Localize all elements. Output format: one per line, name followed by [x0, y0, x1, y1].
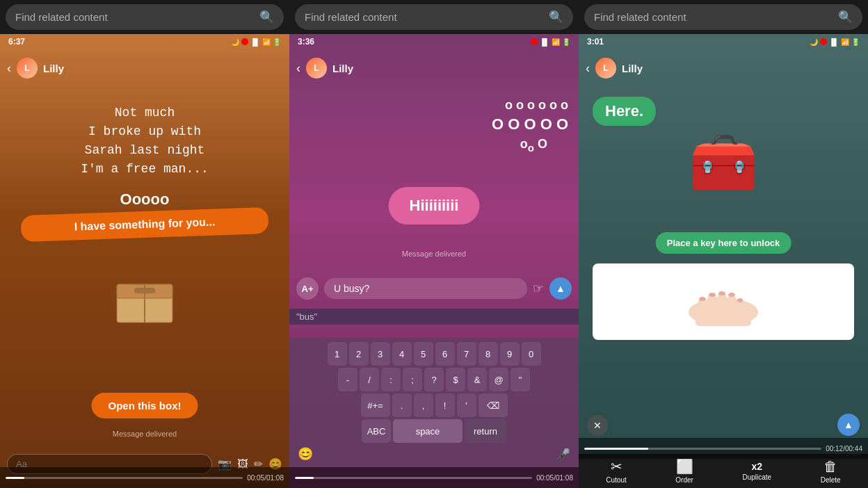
- panel2-progress-bar: [295, 477, 532, 479]
- kb-key-8[interactable]: 8: [479, 342, 498, 366]
- panel2-progress-fill: [295, 477, 314, 479]
- panel1-msg-3: Sarah last night: [14, 141, 275, 160]
- order-icon: ⬜: [676, 458, 693, 475]
- panel1-box: [113, 270, 176, 326]
- panel2-status-bar: 3:36 ▐▌ 📶 🔋: [289, 34, 579, 49]
- panel2-battery-icon: 🔋: [562, 38, 570, 46]
- search-bar-1[interactable]: 🔍: [6, 4, 284, 30]
- panel1-bubble-area: Ooooo I have something for you...: [21, 190, 268, 238]
- kb-key-question[interactable]: ?: [424, 368, 444, 391]
- delete-icon: 🗑: [823, 459, 837, 475]
- kb-key-quote[interactable]: ": [511, 368, 530, 391]
- kb-emoji-button[interactable]: 😊: [298, 446, 313, 462]
- kb-mic-button[interactable]: 🎤: [556, 448, 570, 461]
- panel3-duplicate-tool[interactable]: x2 Duplicate: [742, 461, 771, 481]
- panel2-contact-name: Lilly: [332, 63, 353, 74]
- kb-key-abc[interactable]: ABC: [362, 419, 391, 443]
- panel3-nav: ‹ L Lilly: [579, 54, 868, 83]
- panel1-back-button[interactable]: ‹: [7, 61, 11, 76]
- panel1-status-bar: 6:37 🌙 ▐▌ 📶 🔋: [0, 34, 289, 49]
- kb-key-6[interactable]: 6: [435, 342, 455, 366]
- kb-key-minus[interactable]: -: [338, 368, 357, 391]
- panel2-send-button[interactable]: ▲: [549, 277, 572, 300]
- panel1-bubble: I have something for you...: [20, 207, 268, 242]
- search-button-2[interactable]: 🔍: [549, 10, 563, 24]
- panel2-back-button[interactable]: ‹: [296, 61, 300, 76]
- search-input-3[interactable]: [594, 11, 833, 23]
- panel3-moon-icon: 🌙: [810, 38, 818, 46]
- panel1-msg-4: I'm a free man...: [14, 160, 275, 179]
- panel2-progress-time: 00:05/01:08: [536, 474, 573, 482]
- panel1-contact-name: Lilly: [43, 63, 64, 74]
- panel2-delivered: Message delivered: [289, 250, 579, 258]
- panel3-cutout-tool[interactable]: ✂ Cutout: [606, 458, 626, 484]
- kb-key-space[interactable]: space: [393, 419, 463, 443]
- kb-key-delete[interactable]: ⌫: [479, 393, 508, 417]
- panel1-signal-icon: ▐▌: [250, 38, 260, 46]
- kb-key-2[interactable]: 2: [349, 342, 369, 366]
- panel2-message-input[interactable]: [324, 278, 527, 299]
- kb-key-semi[interactable]: ;: [403, 368, 422, 391]
- order-label: Order: [675, 476, 693, 484]
- kb-key-dot[interactable]: .: [392, 393, 412, 417]
- kb-key-at[interactable]: @: [489, 368, 508, 391]
- panel2-signal-icon: ▐▌: [540, 38, 549, 46]
- panel3-chest: 🧰: [689, 135, 758, 190]
- panel2-ooo-text: o o o o o o O O O O O oo O: [492, 97, 568, 155]
- svg-point-12: [709, 293, 716, 297]
- kb-key-apos[interactable]: ': [457, 393, 476, 417]
- panel3-signal-icon: ▐▌: [829, 38, 839, 46]
- panel2-progress-wrap: 00:05/01:08: [289, 467, 579, 488]
- panel3-unlock-button[interactable]: Place a key here to unlock: [656, 232, 791, 254]
- panel1-progress-fill: [6, 477, 24, 479]
- panel3-here-bubble: Here.: [593, 97, 656, 126]
- panel3-order-tool[interactable]: ⬜ Order: [675, 458, 693, 484]
- keyboard-row-misc: #+= . , ! ' ⌫: [292, 393, 576, 417]
- kb-key-1[interactable]: 1: [328, 342, 347, 366]
- svg-point-15: [737, 298, 743, 302]
- kb-key-0[interactable]: 0: [522, 342, 541, 366]
- search-bar-3[interactable]: 🔍: [584, 4, 862, 30]
- panels-container: 6:37 🌙 ▐▌ 📶 🔋 ‹ L Lilly Not much I broke…: [0, 34, 868, 488]
- panel1-nav: ‹ L Lilly: [0, 54, 289, 83]
- panel3-up-button[interactable]: ▲: [837, 414, 860, 436]
- panel1-open-button[interactable]: Open this box!: [92, 393, 198, 418]
- keyboard-row-symbols: - / : ; ? $ & @ ": [292, 368, 576, 391]
- kb-key-slash[interactable]: /: [360, 368, 379, 391]
- panel3-back-button[interactable]: ‹: [586, 61, 590, 76]
- kb-key-7[interactable]: 7: [457, 342, 476, 366]
- kb-key-5[interactable]: 5: [414, 342, 433, 366]
- kb-key-4[interactable]: 4: [392, 342, 412, 366]
- panel2-avatar: L: [306, 58, 327, 79]
- kb-key-9[interactable]: 9: [500, 342, 520, 366]
- keyboard-bottom-row: 😊 🎤: [292, 445, 576, 463]
- kb-key-comma[interactable]: ,: [414, 393, 433, 417]
- panel3-delete-tool[interactable]: 🗑 Delete: [821, 459, 841, 484]
- panel1-delivered: Message delivered: [0, 430, 289, 438]
- panel3-progress-time: 00:12/00:44: [826, 445, 862, 453]
- kb-key-dollar[interactable]: $: [446, 368, 465, 391]
- svg-rect-3: [134, 288, 155, 293]
- panel2-font-button[interactable]: A+: [296, 277, 319, 300]
- kb-key-excl[interactable]: !: [435, 393, 455, 417]
- search-bar-2[interactable]: 🔍: [295, 4, 573, 30]
- panel1-progress-bar: [6, 477, 243, 479]
- panel2-cursor-icon: ☞: [533, 281, 544, 296]
- panel3-close-button[interactable]: ✕: [587, 415, 608, 436]
- search-input-2[interactable]: [305, 11, 543, 23]
- panel1-battery-icon: 🔋: [273, 38, 281, 46]
- cutout-icon: ✂: [611, 458, 622, 475]
- kb-key-hash[interactable]: #+=: [361, 393, 390, 417]
- search-input-1[interactable]: [15, 11, 254, 23]
- search-button-3[interactable]: 🔍: [838, 10, 853, 24]
- kb-key-amp[interactable]: &: [467, 368, 487, 391]
- panel1-status-icons: 🌙 ▐▌ 📶 🔋: [231, 38, 281, 46]
- kb-key-3[interactable]: 3: [371, 342, 390, 366]
- delete-label: Delete: [821, 476, 841, 484]
- search-bars-container: 🔍 🔍 🔍: [0, 0, 868, 34]
- panel2-keyboard-suggestion: "bus": [289, 309, 579, 325]
- search-button-1[interactable]: 🔍: [259, 10, 274, 24]
- kb-key-return[interactable]: return: [465, 419, 506, 443]
- panel2-nav: ‹ L Lilly: [289, 54, 579, 83]
- kb-key-colon[interactable]: :: [381, 368, 401, 391]
